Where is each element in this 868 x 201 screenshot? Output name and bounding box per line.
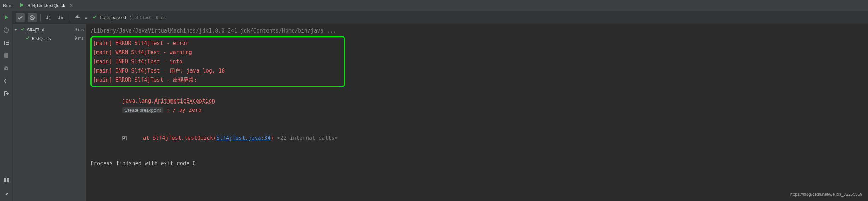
svg-rect-0 <box>4 41 5 42</box>
tests-total-label: of 1 test – 9 ms <box>134 15 166 20</box>
svg-point-8 <box>6 68 7 69</box>
exception-package: java.lang. <box>122 98 154 104</box>
console-output[interactable]: /Library/Java/JavaVirtualMachines/jdk1.8… <box>86 24 868 201</box>
source-link[interactable]: Slf4jTest.java:34 <box>216 135 271 141</box>
toolbar-separator <box>69 14 69 21</box>
java-command-line: /Library/Java/JavaVirtualMachines/jdk1.8… <box>90 26 864 35</box>
exception-line: java.lang.ArithmeticException Create bre… <box>90 87 864 124</box>
run-config-tab-label: Slf4jTest.testQuick <box>27 3 65 8</box>
highlighted-log-box: [main] ERROR Slf4jTest - error [main] WA… <box>90 36 345 87</box>
svg-rect-4 <box>4 44 5 45</box>
svg-rect-12 <box>4 180 6 182</box>
toggle-auto-test-icon[interactable] <box>3 27 10 33</box>
dump-icon[interactable] <box>3 65 10 71</box>
sort-button[interactable]: az <box>44 13 53 22</box>
expand-all-button[interactable] <box>73 13 82 22</box>
test-status: Tests passed: 1 of 1 test – 9 ms <box>92 15 166 21</box>
svg-rect-2 <box>4 42 5 44</box>
chevron-down-icon[interactable]: ▾ <box>15 28 18 32</box>
svg-rect-11 <box>7 178 9 180</box>
toolbar-separator <box>40 14 41 21</box>
tests-passed-label: Tests passed: <box>99 15 128 20</box>
import-sort-button[interactable] <box>56 13 65 22</box>
test-method-time: 9 ms <box>75 36 84 41</box>
stack-close: ) <box>271 135 274 141</box>
pin-icon[interactable] <box>3 191 10 197</box>
test-class-time: 9 ms <box>75 27 84 32</box>
test-method-name: testQuick <box>32 36 72 41</box>
svg-rect-13 <box>7 180 9 182</box>
run-config-icon <box>19 2 24 8</box>
settings-icon[interactable] <box>3 40 10 46</box>
check-icon <box>92 15 97 21</box>
svg-rect-5 <box>6 44 9 45</box>
svg-text:a: a <box>49 16 50 18</box>
close-tab-icon[interactable]: ✕ <box>69 3 73 8</box>
left-tool-gutter <box>0 11 13 201</box>
layout-icon[interactable] <box>3 78 10 84</box>
log-line: [main] ERROR Slf4jTest - error <box>93 39 341 48</box>
process-exit-line: Process finished with exit code 0 <box>90 159 864 168</box>
stack-at-text: at Slf4jTest.testQuick( <box>130 135 216 141</box>
run-panel-label: Run: <box>3 3 12 8</box>
test-tree: ▾ Slf4jTest 9 ms testQuick 9 ms <box>13 24 86 201</box>
more-chevron-icon[interactable]: » <box>85 15 87 20</box>
test-toolbar: az » Tests passed: 1 of 1 test – 9 ms <box>13 11 868 24</box>
check-icon <box>25 36 30 41</box>
rerun-icon[interactable] <box>3 14 10 21</box>
svg-text:z: z <box>49 18 50 20</box>
stop-icon[interactable] <box>3 52 10 59</box>
svg-rect-3 <box>6 42 9 43</box>
exception-class-link[interactable]: ArithmeticException <box>154 98 215 104</box>
create-breakpoint-button[interactable]: Create breakpoint <box>122 107 163 113</box>
show-passed-button[interactable] <box>16 13 25 22</box>
test-class-name: Slf4jTest <box>27 27 72 33</box>
run-config-tab[interactable]: Slf4jTest.testQuick ✕ <box>16 0 77 11</box>
exit-icon[interactable] <box>3 91 10 97</box>
svg-rect-10 <box>4 178 6 180</box>
log-line: [main] ERROR Slf4jTest - 出现异常: <box>93 75 341 85</box>
tests-passed-count: 1 <box>130 15 132 20</box>
test-tree-item[interactable]: testQuick 9 ms <box>13 34 86 42</box>
log-line: [main] INFO Slf4jTest - info <box>93 57 341 66</box>
svg-rect-9 <box>5 66 7 67</box>
view-icon[interactable] <box>3 177 10 183</box>
show-ignored-button[interactable] <box>28 13 37 22</box>
internal-calls-label[interactable]: <22 internal calls> <box>274 135 338 141</box>
log-line: [main] WARN Slf4jTest - warning <box>93 48 341 57</box>
stack-frame-line: at Slf4jTest.testQuick(Slf4jTest.java:34… <box>90 124 864 152</box>
watermark: https://blog.csdn.net/weixin_32265569 <box>790 190 862 199</box>
test-tree-root[interactable]: ▾ Slf4jTest 9 ms <box>13 25 86 34</box>
expand-stack-icon[interactable] <box>122 136 127 140</box>
svg-rect-6 <box>4 53 8 58</box>
exception-message: : / by zero <box>163 107 201 113</box>
svg-rect-1 <box>6 41 9 41</box>
check-icon <box>20 27 25 33</box>
log-line: [main] INFO Slf4jTest - 用户: java_log, 18 <box>93 66 341 75</box>
